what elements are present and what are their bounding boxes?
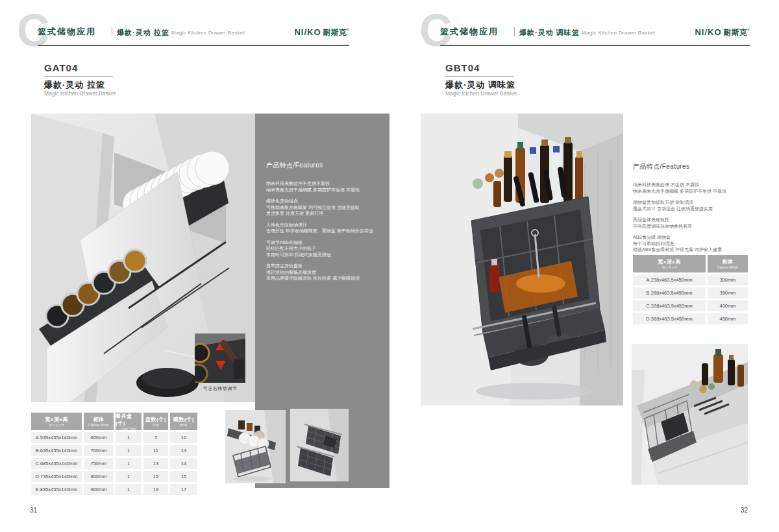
table-row: D.388x463.5x450mm 450mm (633, 313, 748, 324)
feature-line: 可移动底板及碗碟架 均可独立使用 且随意提取 (266, 204, 384, 211)
features-title: 产品特点/Features (633, 162, 771, 171)
features-block: 产品特点/Features 纳米科技表面处理不生锈不腐蚀 纳米表面光滑手感细腻 … (266, 161, 384, 287)
table-row: D.735x455x140mm 800mm 1 15 15 (31, 471, 197, 482)
table-header-cell: 柜体 Cabinet Width (84, 413, 114, 430)
header-zh: 宽x深x高 (45, 416, 68, 423)
feature-line: 魔盒式设计 灵动组合 让收纳更便捷实用 (633, 206, 771, 212)
table-cell: 350mm (708, 287, 748, 298)
product-title: 爆款·灵动 拉篮 (44, 79, 105, 91)
seasoning-basket-illustration (421, 114, 623, 405)
feature-line: 每个可单独拆卸清洗 (633, 241, 771, 247)
feature-group: 纳米科技表面处理不生锈不腐蚀 纳米表面光滑手感细腻 多层防护不生锈 不腐蚀 (266, 180, 384, 193)
table-cell: 400mm (708, 300, 748, 311)
model-code: GBT04 (445, 62, 480, 73)
feature-line: 可调节ABS分隔板 (266, 239, 384, 246)
header-subtitle: 爆款·灵动 拉篮 (117, 28, 169, 38)
feature-line: 精选ABS食品级材质 环保无毒 呵护家人健康 (633, 247, 771, 253)
header-divider (112, 27, 112, 36)
feature-group: 纳米科技表面处理 不生锈 不腐蚀 纳米表面光滑手感细腻 多层防护不生锈 不腐蚀 (633, 182, 771, 194)
nisko-logo: NI/KO耐斯克® (288, 26, 349, 38)
table-cell: C.685x455x140mm (31, 458, 82, 469)
product-title-en: Magic kitchen Drawer Basket (445, 90, 517, 97)
feature-group: 模块化灵动组合 可移动底板及碗碟架 均可独立使用 且随意提取 灵活多变 使用方便… (266, 198, 384, 217)
feature-line: 纳米表面光滑手感细腻 多层防护不生锈 不腐蚀 (266, 187, 384, 193)
feature-line: 模块化灵动组合 (266, 198, 384, 204)
table-header-row: 宽x深x高 W x D x H 柜体 Cabinet Width (633, 255, 748, 272)
feature-line: 合理分区 科学收纳碗碟架、置物盒 集中收纳分类存放 (266, 228, 384, 234)
table-cell: 15 (170, 471, 197, 482)
header-zh: 柜体 (723, 258, 734, 265)
table-cell: D.388x463.5x450mm (633, 313, 706, 324)
header-en: Cabinet Width (717, 265, 738, 269)
feature-line: 不用时可拆卸 拒绝约束随意摆放 (266, 252, 384, 258)
feature-line: 不同高度调味瓶收纳井然有序 (633, 223, 771, 230)
feature-line: 轻松匹配不同大小的瓶子 (266, 245, 384, 252)
table-row: E.835x455x140mm 900mm 1 19 17 (31, 484, 197, 495)
table-cell: 13 (170, 445, 197, 456)
small-product-photo-countertop (632, 344, 748, 485)
header-subtitle-en: Magic Kitchen Drawer Basket (171, 30, 245, 36)
logo-cn-text: 耐斯克 (323, 28, 347, 37)
logo-reg-mark: ® (347, 28, 349, 32)
header-subtitle: 爆款·灵动 调味篮 (519, 28, 580, 38)
nisko-logo: NI/KO耐斯克® (688, 26, 750, 38)
table-cell: 800mm (84, 471, 114, 482)
table-header-cell: 宽x深x高 W x D x H (31, 413, 82, 430)
adjustment-detail-illustration (195, 333, 245, 383)
logo-en-text: NI/KO (695, 27, 721, 37)
table-header-cell: 宽x深x高 W x D x H (633, 255, 706, 272)
header-rule (38, 45, 349, 46)
feature-line: 储物盒灵动提取方便 拿取清洗 (633, 199, 771, 206)
feature-group: 储物盒灵动提取方便 拿取清洗 魔盒式设计 灵动组合 让收纳更便捷实用 (633, 199, 771, 212)
feature-line: 高深盒体低矮瓶托 (633, 217, 771, 223)
table-cell: A.535x455x140mm (31, 432, 82, 443)
header-zh: 盘数(个) (145, 416, 166, 423)
small-product-photo-1 (225, 410, 286, 483)
table-cell: 300mm (708, 274, 748, 285)
detail-inset-photo (195, 333, 245, 383)
product-title: 爆款·灵动 调味篮 (445, 79, 515, 91)
callout-caption: 可左右移动调节 (188, 385, 253, 392)
feature-line: 纳米表面光滑手感细腻 多层防护不生锈 不腐蚀 (633, 188, 771, 195)
table-row: B.288x463.5x450mm 350mm (633, 287, 748, 298)
page-number: 31 (30, 507, 37, 514)
header-en: Cabinet Width (88, 423, 109, 426)
header-en: W x D x H (49, 423, 64, 426)
model-underline (44, 76, 113, 77)
table-cell: 1 (116, 432, 142, 443)
table-cell: 13 (143, 458, 168, 469)
table-cell: 1 (116, 471, 142, 482)
header-en: Dish (153, 423, 159, 426)
logo-en-text: NI/KO (294, 27, 321, 37)
table-header-cell: 盘数(个) Dish (143, 413, 168, 430)
feature-group: 人性化分区收纳设计 合理分区 科学收纳碗碟架、置物盒 集中收纳分类存放 (266, 222, 384, 234)
page-number: 32 (741, 507, 748, 514)
feature-group: 高深盒体低矮瓶托 不同高度调味瓶收纳井然有序 (633, 217, 771, 229)
feature-line: 保护滑轨的顺畅及顺滑度 (266, 269, 384, 276)
header-zh: 柜体 (93, 416, 105, 423)
table-cell: 900mm (84, 484, 114, 495)
logo-reg-mark: ® (747, 28, 750, 32)
header-zh: 餐具盒(个) (116, 413, 142, 427)
table-row: C.685x455x140mm 750mm 1 13 14 (31, 458, 197, 469)
feature-line: 纳米科技表面处理不生锈不腐蚀 (266, 180, 384, 187)
table-cell: B.288x463.5x450mm (633, 287, 706, 298)
table-cell: 11 (143, 445, 168, 456)
table-header-cell: 餐具盒(个) Cutly Tray (116, 413, 142, 430)
feature-group: 自带防尘滑轨盖板 保护滑轨的顺畅及顺滑度 采用品牌缓冲隐藏滑轨 推拉轻柔 减少碗… (266, 263, 384, 282)
feature-line: 纳米科技表面处理 不生锈 不腐蚀 (633, 182, 771, 188)
table-row: A.535x455x140mm 600mm 1 7 10 (31, 432, 197, 443)
model-underline (445, 76, 514, 77)
table-row: A.238x463.5x450mm 300mm (633, 274, 748, 285)
header-category: 篮式储物应用 (440, 26, 499, 38)
mesh-basket-illustration (290, 409, 349, 481)
header-zh: 宽x深x高 (658, 258, 680, 265)
table-cell: E.835x455x140mm (31, 484, 82, 495)
feature-line: 人性化分区收纳设计 (266, 222, 384, 228)
feature-group: 可调节ABS分隔板 轻松匹配不同大小的瓶子 不用时可拆卸 拒绝约束随意摆放 (266, 239, 384, 258)
table-cell: 1 (116, 458, 142, 469)
table-cell: B.635x455x140mm (31, 445, 82, 456)
table-cell: 1 (116, 484, 142, 495)
table-cell: 14 (170, 458, 197, 469)
spec-table: 宽x深x高 W x D x H 柜体 Cabinet Width 餐具盒(个) … (31, 413, 197, 497)
